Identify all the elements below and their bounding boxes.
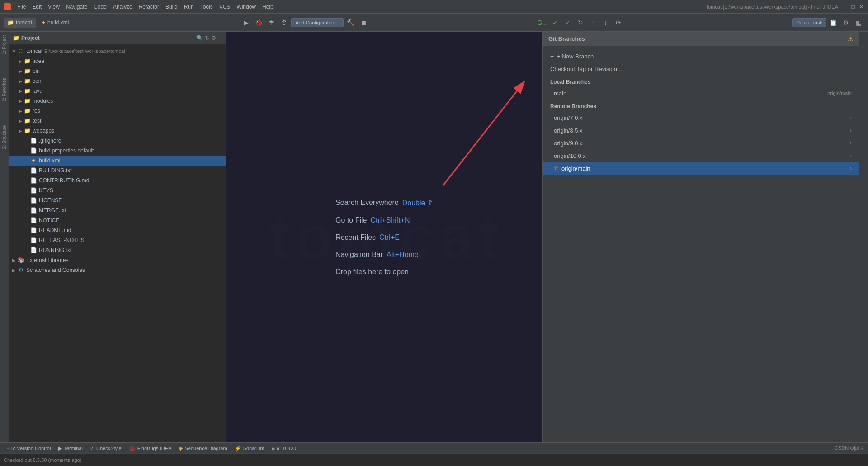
tree-item-gitignore[interactable]: 📄 .gitignore [9,136,226,146]
build-icon[interactable]: 🔨 [345,17,356,28]
settings-icon[interactable]: ⚙ [841,17,852,28]
close-button[interactable]: ✕ [858,4,864,10]
remote-branches-header: Remote Branches [543,100,859,111]
branch-origin-85[interactable]: origin/8.5.x › [543,124,859,137]
tree-item-idea[interactable]: ▶ 📁 .idea [9,56,226,66]
file-tab[interactable]: ✦ build.xml [38,18,72,28]
menu-analyze[interactable]: Analyze [110,3,135,11]
status-findbugs[interactable]: 🐞 FindBugs-IDEA [126,443,175,453]
status-sonarlint[interactable]: ⚡ SonarLint [232,443,267,453]
branch-origin-7[interactable]: origin/7.0.x › [543,111,859,124]
add-config-button[interactable]: Add Configuration... [291,18,343,27]
menu-help[interactable]: Help [259,3,276,11]
tree-root[interactable]: ▼ ⬡ tomcat E:\workspace\test-workspace\t… [9,46,226,56]
branch-main-local[interactable]: main origin/main [543,87,859,100]
status-todo[interactable]: ≡ 6: TODO [269,443,299,453]
default-task-button[interactable]: Default task [792,18,826,27]
menu-tools[interactable]: Tools [198,3,216,11]
status-version-control[interactable]: ⑂ 5: Version Control [4,443,53,453]
findbugs-label: FindBugs-IDEA [137,446,172,451]
sidebar-label-structure[interactable]: Z: Structure [2,124,7,151]
branch-origin-9[interactable]: origin/9.0.x › [543,137,859,149]
coverage-icon[interactable]: ☂ [266,17,277,28]
tree-item-build-properties[interactable]: 📄 build.properties.default [9,146,226,156]
menu-run[interactable]: Run [181,3,197,11]
profile-icon[interactable]: ⏱ [278,17,289,28]
tree-item-license[interactable]: 📄 LICENSE [9,195,226,205]
history-icon[interactable]: ⟳ [613,17,624,28]
tree-item-scratches[interactable]: ▶ ⚙ Scratches and Consoles [9,265,226,275]
menu-view[interactable]: View [45,3,62,11]
branch-origin-main[interactable]: ☆ origin/main › [543,162,859,175]
menu-build[interactable]: Build [163,3,180,11]
sequence-icon: ◈ [179,445,183,452]
main-layout: 1: Project 2: Favorites Z: Structure 📁 P… [0,32,868,442]
tree-item-running[interactable]: 📄 RUNNING.txt [9,245,226,255]
sidebar-label-favorites[interactable]: 2: Favorites [2,76,7,103]
menu-file[interactable]: File [14,3,28,11]
window-controls: ─ □ ✕ [842,4,864,10]
tree-item-merge[interactable]: 📄 MERGE.txt [9,205,226,215]
status-sequence-diagram[interactable]: ◈ Sequence Diagram [176,443,230,453]
tree-item-webapps[interactable]: ▶ 📁 webapps [9,126,226,136]
tree-item-keys[interactable]: 📄 KEYS [9,185,226,195]
goto-file-row[interactable]: Go to File Ctrl+Shift+N [335,216,410,224]
status-checkstyle[interactable]: ✓ CheckStyle [87,443,124,453]
layout-icon[interactable]: ▦ [854,17,864,28]
tree-item-build-xml[interactable]: ✦ build.xml [9,156,226,166]
project-tab-label: tomcat [16,19,32,26]
checkstyle-label: CheckStyle [96,446,122,451]
search-everywhere-row[interactable]: Search Everywhere Double ⇧ [335,199,433,207]
status-terminal[interactable]: ▶ Terminal [55,443,85,453]
panel-icon-settings[interactable]: ⚙ [211,35,216,41]
tick-icon[interactable]: ✓ [562,17,573,28]
tasks-icon[interactable]: 📋 [828,17,839,28]
menu-navigate[interactable]: Navigate [63,3,90,11]
pull-icon[interactable]: ↓ [600,17,611,28]
tree-item-bin[interactable]: ▶ 📁 bin [9,66,226,76]
branch-main-remote-tag: origin/main [827,90,852,96]
project-tab[interactable]: 📁 tomcat [4,18,36,28]
tree-item-contributing[interactable]: 📄 CONTRIBUTING.md [9,176,226,185]
git-icon[interactable]: G... [537,17,548,28]
push-icon[interactable]: ↑ [588,17,599,28]
search-everywhere-label: Search Everywhere [335,199,399,207]
info-message: Checked out 8.5.50 (moments ago) [4,457,81,463]
checkout-tag-action[interactable]: Checkout Tag or Revision... [543,62,859,75]
panel-icon-minimize[interactable]: ─ [218,35,222,41]
project-panel-title: Project [21,35,40,41]
debug-icon[interactable]: 🐞 [253,17,264,28]
tree-item-conf[interactable]: ▶ 📁 conf [9,76,226,86]
tree-item-res[interactable]: ▶ 📁 res [9,106,226,116]
update-icon[interactable]: ↻ [575,17,586,28]
tree-item-building-txt[interactable]: 📄 BUILDING.txt [9,166,226,176]
tree-item-readme[interactable]: 📄 README.md [9,225,226,235]
branch-origin-10[interactable]: origin/10.0.x › [543,149,859,162]
check-icon[interactable]: ✓ [550,17,561,28]
menu-edit[interactable]: Edit [29,3,44,11]
panel-icon-collapse[interactable]: ⇅ [205,35,209,41]
sidebar-label-project[interactable]: 1: Project [2,33,7,56]
new-branch-action[interactable]: + + New Branch [543,50,859,62]
stop-icon[interactable]: ⏹ [358,17,369,28]
maximize-button[interactable]: □ [850,4,856,10]
tree-item-notice[interactable]: 📄 NOTICE [9,215,226,225]
sonar-icon: ⚡ [235,445,241,452]
menu-refactor[interactable]: Refactor [136,3,162,11]
tree-item-external-libs[interactable]: ▶ 📚 External Libraries [9,255,226,265]
right-sidebar-strip [859,32,868,442]
menu-window[interactable]: Window [234,3,259,11]
nav-bar-row[interactable]: Navigation Bar Alt+Home [335,251,419,259]
star-icon: ☆ [554,165,559,171]
tree-item-modules[interactable]: ▶ 📁 modules [9,96,226,106]
tree-item-release-notes[interactable]: 📄 RELEASE-NOTES [9,235,226,245]
panel-icon-search[interactable]: 🔍 [196,35,203,41]
run-icon[interactable]: ▶ [241,17,251,28]
minimize-button[interactable]: ─ [842,4,848,10]
menu-code[interactable]: Code [91,3,109,11]
tree-item-test[interactable]: ▶ 📁 test [9,116,226,126]
menu-vcs[interactable]: VCS [217,3,233,11]
project-folder-icon: 📁 [13,35,19,41]
recent-files-row[interactable]: Recent Files Ctrl+E [335,233,400,242]
tree-item-java[interactable]: ▶ 📁 java [9,86,226,96]
